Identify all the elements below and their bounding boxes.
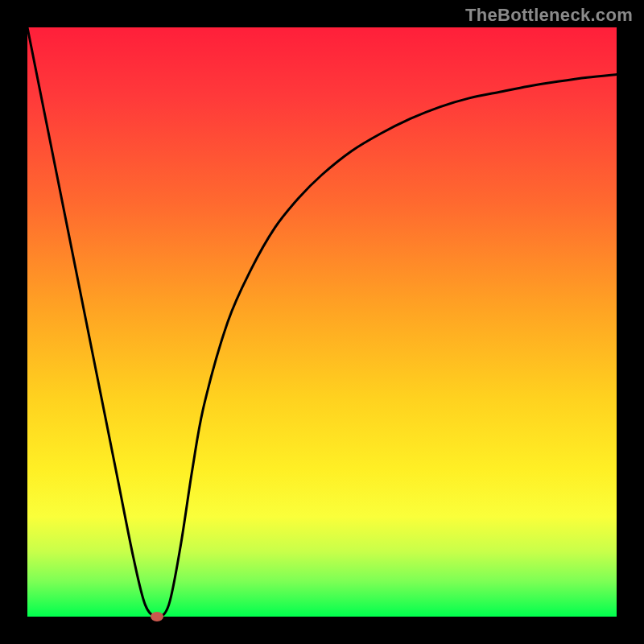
chart-frame: TheBottleneck.com (0, 0, 644, 644)
watermark-text: TheBottleneck.com (465, 5, 633, 26)
curve-svg (27, 27, 617, 617)
min-marker-dot (151, 612, 163, 621)
plot-area (27, 27, 617, 617)
bottleneck-curve (27, 27, 617, 617)
